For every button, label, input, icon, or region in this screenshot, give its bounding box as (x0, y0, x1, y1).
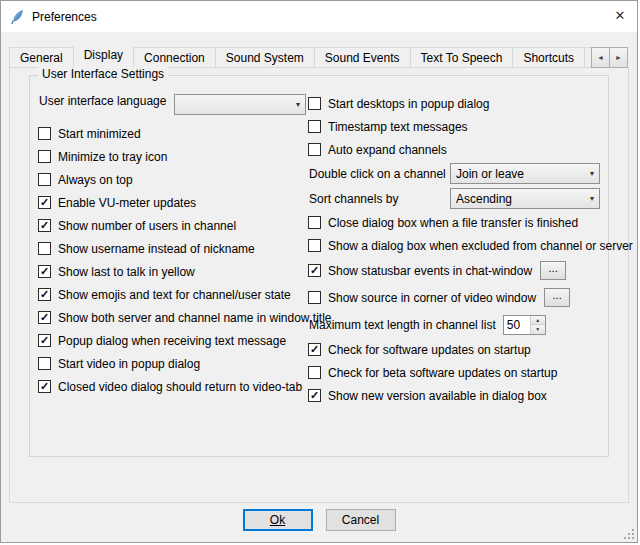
checkbox-row[interactable]: Closed video dialog should return to vid… (38, 375, 308, 398)
checkbox-row[interactable]: Check for beta software updates on start… (308, 361, 602, 384)
checkbox-row[interactable]: Start desktops in popup dialog (308, 92, 602, 115)
checkbox-label: Check for beta software updates on start… (328, 366, 557, 380)
checkbox-row[interactable]: Show username instead of nickname (38, 237, 308, 260)
language-select[interactable]: ▾ (174, 94, 306, 115)
spin-up-icon[interactable]: ▲ (531, 316, 545, 325)
checkbox[interactable] (38, 265, 51, 278)
checkbox[interactable] (38, 150, 51, 163)
settings-columns: User interface language ▾ Start minimize… (30, 76, 608, 407)
checkbox-row[interactable]: Minimize to tray icon (38, 145, 308, 168)
checkbox-row[interactable]: Close dialog box when a file transfer is… (308, 211, 602, 234)
checkbox-row[interactable]: Start minimized (38, 122, 308, 145)
sort-channels-select[interactable]: Ascending ▾ (450, 188, 600, 209)
checkbox-label: Start minimized (58, 127, 141, 141)
video-source-more-button[interactable]: ... (544, 288, 570, 307)
checkbox[interactable] (38, 357, 51, 370)
checkbox[interactable] (308, 366, 321, 379)
spin-buttons: ▲ ▼ (530, 316, 545, 334)
title-bar: Preferences ✕ (1, 1, 637, 32)
right-checkbox-list-mid: Close dialog box when a file transfer is… (308, 211, 602, 257)
max-text-length-stepper[interactable]: 50 ▲ ▼ (503, 315, 546, 335)
checkbox[interactable] (308, 291, 321, 304)
chevron-down-icon: ▾ (290, 100, 300, 109)
double-click-select[interactable]: Join or leave ▾ (450, 163, 600, 184)
ok-button[interactable]: Ok (243, 509, 313, 531)
checkbox-row[interactable]: Show emojis and text for channel/user st… (38, 283, 308, 306)
checkbox[interactable] (308, 239, 321, 252)
tab[interactable]: Sound System (215, 47, 315, 68)
app-feather-icon (10, 9, 26, 25)
window-title: Preferences (32, 10, 97, 24)
checkbox[interactable] (308, 120, 321, 133)
checkbox-label: Start desktops in popup dialog (328, 97, 489, 111)
checkbox-row[interactable]: Check for software updates on startup (308, 338, 602, 361)
tab[interactable]: Shortcuts (512, 47, 585, 68)
right-checkbox-list-top: Start desktops in popup dialog Timestamp… (308, 92, 602, 161)
checkbox-row[interactable]: Start video in popup dialog (38, 352, 308, 375)
tab[interactable]: Display (73, 46, 134, 68)
language-row: User interface language ▾ (38, 92, 308, 122)
checkbox-label: Always on top (58, 173, 133, 187)
checkbox-label: Enable VU-meter updates (58, 196, 196, 210)
checkbox-row[interactable]: Always on top (38, 168, 308, 191)
max-text-length-label: Maximum text length in channel list (309, 318, 496, 332)
checkbox[interactable] (308, 389, 321, 402)
tab[interactable]: Sound Events (314, 47, 411, 68)
double-click-label: Double click on a channel (309, 167, 446, 181)
tab[interactable]: Text To Speech (410, 47, 514, 68)
double-click-row: Double click on a channel Join or leave … (308, 161, 602, 186)
double-click-value: Join or leave (456, 167, 524, 181)
left-checkbox-list: Start minimized Minimize to tray icon Al… (38, 122, 308, 398)
tab[interactable]: General (9, 47, 74, 68)
checkbox-label: Show emojis and text for channel/user st… (58, 288, 291, 302)
checkbox[interactable] (38, 334, 51, 347)
checkbox-label: Show a dialog box when excluded from cha… (328, 239, 633, 253)
cancel-button[interactable]: Cancel (326, 509, 396, 531)
checkbox-row[interactable]: Enable VU-meter updates (38, 191, 308, 214)
statusbar-events-more-button[interactable]: ... (540, 261, 566, 280)
checkbox-row[interactable]: Show last to talk in yellow (38, 260, 308, 283)
close-icon[interactable]: ✕ (603, 1, 637, 30)
chevron-down-icon: ▾ (584, 169, 594, 178)
video-source-row[interactable]: Show source in corner of video window ..… (308, 284, 602, 311)
checkbox[interactable] (38, 242, 51, 255)
checkbox-label: Show username instead of nickname (58, 242, 255, 256)
checkbox[interactable] (38, 311, 51, 324)
checkbox[interactable] (308, 343, 321, 356)
checkbox[interactable] (38, 380, 51, 393)
checkbox-row[interactable]: Auto expand channels (308, 138, 602, 161)
checkbox[interactable] (38, 288, 51, 301)
right-column: Start desktops in popup dialog Timestamp… (308, 92, 602, 407)
spin-down-icon[interactable]: ▼ (531, 324, 545, 334)
checkbox-row[interactable]: Timestamp text messages (308, 115, 602, 138)
checkbox[interactable] (38, 127, 51, 140)
sort-channels-label: Sort channels by (309, 192, 398, 206)
checkbox-label: Show number of users in channel (58, 219, 236, 233)
ok-button-label: Ok (270, 513, 285, 527)
dialog-footer: Ok Cancel (1, 509, 637, 531)
checkbox[interactable] (38, 173, 51, 186)
checkbox[interactable] (308, 143, 321, 156)
left-column: User interface language ▾ Start minimize… (38, 92, 308, 407)
tab[interactable]: Connection (133, 47, 216, 68)
statusbar-events-row[interactable]: Show statusbar events in chat-window ... (308, 257, 602, 284)
checkbox-row[interactable]: Show number of users in channel (38, 214, 308, 237)
checkbox-label: Minimize to tray icon (58, 150, 167, 164)
checkbox-label: Timestamp text messages (328, 120, 468, 134)
tab-scroll-right-icon[interactable]: ► (609, 47, 628, 68)
tab-scroll-left-icon[interactable]: ◄ (591, 47, 610, 68)
group-title: User Interface Settings (38, 67, 168, 81)
checkbox[interactable] (38, 219, 51, 232)
checkbox-label: Closed video dialog should return to vid… (58, 380, 302, 394)
checkbox[interactable] (308, 97, 321, 110)
checkbox-row[interactable]: Show new version available in dialog box (308, 384, 602, 407)
preferences-window: Preferences ✕ General Display Connection… (0, 0, 638, 543)
chevron-down-icon: ▾ (584, 194, 594, 203)
checkbox-row[interactable]: Popup dialog when receiving text message (38, 329, 308, 352)
checkbox[interactable] (308, 216, 321, 229)
checkbox-row[interactable]: Show both server and channel name in win… (38, 306, 308, 329)
checkbox[interactable] (308, 264, 321, 277)
tab-scroll-control: ◄ ► (591, 47, 628, 68)
checkbox-row[interactable]: Show a dialog box when excluded from cha… (308, 234, 602, 257)
checkbox[interactable] (38, 196, 51, 209)
